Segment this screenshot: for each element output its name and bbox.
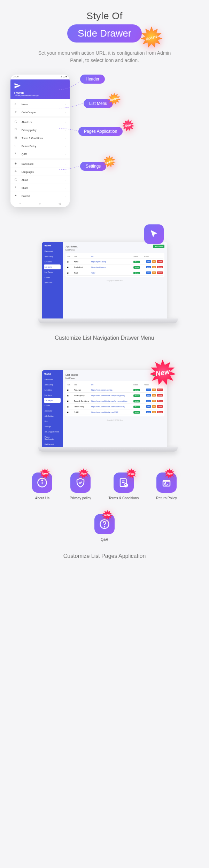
drawer-item-about[interactable]: ⓘAbout Us› xyxy=(10,118,70,126)
sidebar-item[interactable]: Settings xyxy=(44,424,61,429)
row-title: Terms & Conditions xyxy=(74,400,91,402)
view-button[interactable]: View xyxy=(146,400,151,402)
sidebar-item-active[interactable]: List Pages xyxy=(44,398,61,403)
view-button[interactable]: View xyxy=(146,260,151,263)
row-url[interactable]: https://www.yourWebsite.com/terms-condit… xyxy=(91,400,133,402)
drawer-item-return[interactable]: ⎌Return Policy› xyxy=(10,142,70,150)
th: Title xyxy=(74,384,91,386)
feature-terms: New Terms & Conditions xyxy=(108,473,139,500)
drawer-label: About Us xyxy=(22,121,32,123)
question-icon: ? xyxy=(15,152,18,156)
sidebar-item-active[interactable]: List Menu xyxy=(44,264,61,269)
edit-button[interactable]: Edit xyxy=(152,389,156,391)
table-row: ▣Privacy policyhttps://www.yourWebsite.c… xyxy=(67,393,163,398)
sidebar-item[interactable]: Loader xyxy=(44,275,61,280)
row-url[interactable]: https://www.yourWebsite.com/privacy/poli… xyxy=(91,394,133,397)
sidebar-item[interactable]: App Config xyxy=(44,254,61,259)
phone-navbar: ≡○◁ xyxy=(10,200,70,207)
row-title: Privacy policy xyxy=(74,394,91,397)
view-button[interactable]: View xyxy=(146,271,151,274)
sidebar-item[interactable]: App Config xyxy=(44,382,61,387)
row-url[interactable]: https://www.yourWebsite.com/Q&R xyxy=(91,411,133,413)
view-button[interactable]: View xyxy=(146,266,151,268)
row-title: About Us xyxy=(74,389,91,391)
chevron-right-icon: › xyxy=(65,179,65,181)
drawer-item-rate[interactable]: ★Rate Us› xyxy=(10,192,70,200)
laptop-screen: FlyWeb Dashboard App Config Left Menu Li… xyxy=(42,242,167,318)
sidebar-item[interactable]: Fix Element xyxy=(44,442,61,447)
delete-button[interactable]: Delete xyxy=(157,266,163,268)
row-url[interactable]: Tutor xyxy=(91,272,133,274)
sidebar-item[interactable]: Api & Appointment xyxy=(44,429,61,434)
sidebar-item[interactable]: List Menu xyxy=(44,393,61,398)
laptop-base xyxy=(38,318,178,323)
update-badge-small: Update xyxy=(108,93,121,105)
drawer-item-about2[interactable]: ⓘAbout› xyxy=(10,176,70,184)
update-badge: Update xyxy=(140,26,163,49)
row-title: Tutor xyxy=(74,272,91,274)
drawer-item-codecanyon[interactable]: ↻CodeCanyon› xyxy=(10,108,70,116)
delete-button[interactable]: Delete xyxy=(157,260,163,263)
drawer-item-share[interactable]: ⇪Share› xyxy=(10,184,70,192)
row-url[interactable]: https://flyweb.camp xyxy=(91,261,133,263)
table-row: ▣Terms & Conditionshttps://www.yourWebsi… xyxy=(67,398,163,404)
view-button[interactable]: View xyxy=(146,405,151,408)
delete-button[interactable]: Delete xyxy=(157,411,163,413)
row-status: Active xyxy=(133,411,144,413)
delete-button[interactable]: Delete xyxy=(157,271,163,274)
sidebar-item[interactable]: Fcm xyxy=(44,419,61,424)
delete-button[interactable]: Delete xyxy=(157,405,163,408)
table-row: ▣TutorTutorActiveViewEditDelete xyxy=(67,270,163,276)
view-button[interactable]: View xyxy=(146,394,151,397)
sidebar-item[interactable]: List Pages xyxy=(44,270,61,275)
sidebar-item[interactable]: Dashboard xyxy=(44,249,61,254)
view-button[interactable]: View xyxy=(146,411,151,413)
sidebar-item[interactable]: App Color xyxy=(44,280,61,285)
sidebar-item[interactable]: Pages Configuration xyxy=(44,435,61,441)
row-icon: ▣ xyxy=(67,389,74,391)
row-status: Active xyxy=(133,394,144,397)
new-badge-small: New xyxy=(40,468,50,479)
add-button[interactable]: Add Menu xyxy=(153,245,164,248)
laptop-screen: FlyWeb Dashboard App Config Left Menu Li… xyxy=(42,370,167,447)
edit-button[interactable]: Edit xyxy=(152,394,156,397)
sidebar-item[interactable]: Dashboard xyxy=(44,377,61,382)
edit-button[interactable]: Edit xyxy=(152,405,156,408)
row-title: Return Policy xyxy=(74,406,91,408)
edit-button[interactable]: Edit xyxy=(152,411,156,413)
delete-button[interactable]: Delete xyxy=(157,389,163,391)
admin-footer: Copyright © FlyWeb Menu xyxy=(65,280,164,282)
admin-main: App Menu Add Menu List Menu Icon Title U… xyxy=(63,242,167,318)
chevron-right-icon: › xyxy=(65,153,65,155)
delete-button[interactable]: Delete xyxy=(157,394,163,397)
row-url[interactable]: https://www.yourWebsite.com/Return/Polic… xyxy=(91,406,133,408)
sidebar-item[interactable]: App Color xyxy=(44,408,61,413)
admin-sidebar: FlyWeb Dashboard App Config Left Menu Li… xyxy=(42,370,63,447)
sidebar-item[interactable]: Loader xyxy=(44,403,61,408)
row-url[interactable]: https://your-domain.com/qa xyxy=(91,389,133,391)
caption-text: Customize List Navigation Drawer Menu xyxy=(55,335,154,341)
view-button[interactable]: View xyxy=(146,389,151,391)
edit-button[interactable]: Edit xyxy=(152,260,156,263)
row-url[interactable]: https://positiverx.co xyxy=(91,266,133,268)
sidebar-item[interactable]: Left Menu xyxy=(44,387,61,392)
moon-icon: ◐ xyxy=(15,162,18,166)
update-badge-small: Update xyxy=(103,155,116,168)
sidebar-item[interactable]: Ads Setting xyxy=(44,414,61,418)
table-row: ▣About Ushttps://your-domain.com/qaActiv… xyxy=(67,387,163,393)
globe-icon: ⊕ xyxy=(15,170,18,174)
caption-2: Customize List Pages Application xyxy=(0,552,209,560)
edit-button[interactable]: Edit xyxy=(152,400,156,402)
svg-point-19 xyxy=(104,527,105,527)
row-actions: ViewEditDelete xyxy=(144,266,163,268)
edit-button[interactable]: Edit xyxy=(152,271,156,274)
drawer-label: About xyxy=(22,179,28,181)
sidebar-item[interactable]: Left Menu xyxy=(44,259,61,264)
drawer-item-terms[interactable]: ▤Terms & Conditions› xyxy=(10,134,70,142)
callout-pages-app: Pages Application xyxy=(78,127,123,136)
drawer-item-qr[interactable]: ?Q&R› xyxy=(10,150,70,158)
chevron-right-icon: › xyxy=(65,111,65,113)
row-actions: ViewEditDelete xyxy=(144,405,163,408)
edit-button[interactable]: Edit xyxy=(152,266,156,268)
delete-button[interactable]: Delete xyxy=(157,400,163,402)
